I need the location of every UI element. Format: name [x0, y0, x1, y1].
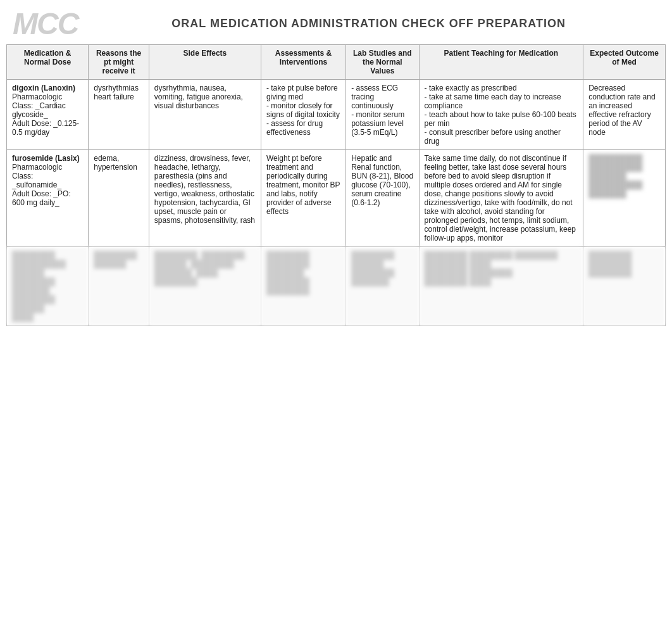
side-effects-cell: dizziness, drowsiness, fever, headache, …: [149, 150, 261, 247]
reasons-cell: edema, hypertension: [89, 150, 149, 247]
side-effects-cell-blurred: ████████, ████████,██████, ████████,████…: [149, 247, 261, 326]
assessments-cell-blurred: ███████████████████████████████████████: [261, 247, 345, 326]
header: MCC ORAL MEDICATION ADMINISTRATION CHECK…: [0, 0, 672, 44]
med-pharm-class: Pharmacologic Class: _sulfonamide_: [12, 163, 62, 189]
reasons-cell-blurred: ██████████████: [89, 247, 149, 326]
teaching-cell: - take exactly as prescribed - take at s…: [419, 80, 583, 150]
col-side-effects: Side Effects: [149, 45, 261, 80]
col-reasons: Reasons the pt might receive it: [89, 45, 149, 80]
lab-studies-cell: Hepatic and Renal function, BUN (8-21), …: [346, 150, 419, 247]
expected-outcome-cell: Decreased conduction rate and an increas…: [583, 80, 666, 150]
medication-cell: digoxin (Lanoxin) Pharmacologic Class: _…: [7, 80, 89, 150]
header-row: Medication & Normal Dose Reasons the pt …: [7, 45, 666, 80]
med-pharm-class: Pharmacologic Class: _Cardiac glycoside_: [12, 92, 66, 119]
page-title: ORAL MEDICATION ADMINISTRATION CHECK OFF…: [78, 17, 659, 30]
lab-studies-cell-blurred: █████████████████████████████: [346, 247, 419, 326]
col-lab-studies: Lab Studies and the Normal Values: [346, 45, 419, 80]
col-expected: Expected Outcome of Med: [583, 45, 666, 80]
med-name: digoxin (Lanoxin): [12, 84, 75, 92]
col-teaching: Patient Teaching for Medication: [419, 45, 583, 80]
expected-outcome-cell-blurred: ████████ ████████ ████████: [583, 247, 666, 326]
side-effects-cell: dysrhythmia, nausea, vomiting, fatigue a…: [149, 80, 261, 150]
table-wrapper: Medication & Normal Dose Reasons the pt …: [0, 44, 672, 326]
teaching-cell: Take same time daily, do not discontinue…: [419, 150, 583, 247]
main-table: Medication & Normal Dose Reasons the pt …: [6, 44, 666, 326]
assessments-cell: - take pt pulse before giving med - moni…: [261, 80, 345, 150]
assessments-cell: Weight pt before treatment and periodica…: [261, 150, 345, 247]
teaching-cell-blurred: ████████ ████████ ████████████████ █████…: [419, 247, 583, 326]
reasons-cell: dysrhythmias heart failure: [89, 80, 149, 150]
med-adult-dose: Adult Dose: _0.125-0.5 mg/day: [12, 119, 79, 137]
col-assessments: Assessments & Interventions: [261, 45, 345, 80]
table-row: furosemide (Lasix) Pharmacologic Class: …: [7, 150, 666, 247]
medication-cell-blurred: ████████████████████████████████████████…: [7, 247, 89, 326]
expected-outcome-cell blurred-cell: ██████████ ██████████ ███████ ██████████…: [583, 150, 666, 247]
lab-studies-cell: - assess ECG tracing continuously - moni…: [346, 80, 419, 150]
med-adult-dose: Adult Dose: _PO: 600 mg daily_: [12, 189, 71, 207]
col-medication: Medication & Normal Dose: [7, 45, 89, 80]
table-row: digoxin (Lanoxin) Pharmacologic Class: _…: [7, 80, 666, 150]
med-name: furosemide (Lasix): [12, 154, 80, 163]
logo-text: MCC: [13, 6, 78, 41]
table-row: ████████████████████████████████████████…: [7, 247, 666, 326]
medication-cell: furosemide (Lasix) Pharmacologic Class: …: [7, 150, 89, 247]
